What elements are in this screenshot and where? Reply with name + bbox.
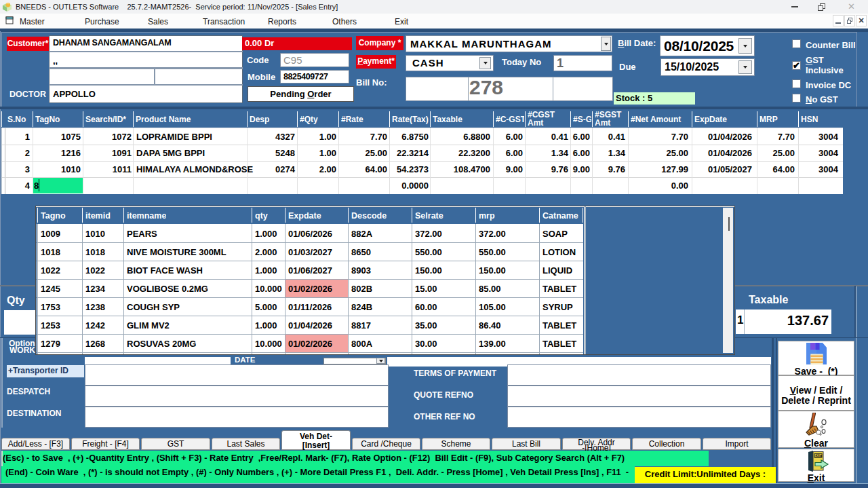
svg-text:EXIT: EXIT [814, 454, 821, 457]
